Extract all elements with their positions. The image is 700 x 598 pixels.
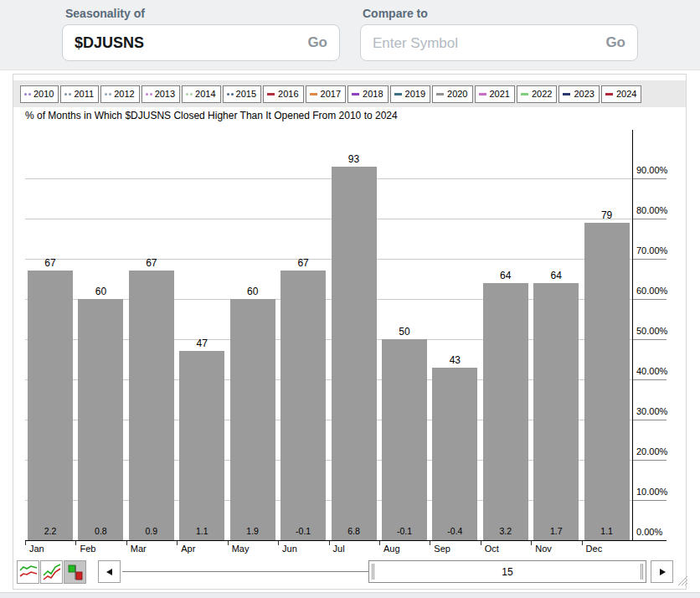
legend-year-2014[interactable]: 2014 — [182, 85, 220, 103]
compare-to-label: Compare to — [363, 7, 428, 20]
chart-title: % of Months in Which $DJUSNS Closed High… — [25, 110, 398, 121]
dotted-line-marker-icon — [186, 93, 188, 95]
legend-year-2013[interactable]: 2013 — [142, 85, 180, 103]
seasonality-symbol-input[interactable] — [75, 34, 301, 52]
legend-year-label: 2015 — [236, 89, 256, 99]
legend-year-label: 2023 — [574, 89, 594, 99]
seasonality-go-button[interactable]: Go — [301, 34, 327, 51]
scrollbar-grip-right[interactable] — [641, 564, 643, 580]
dotted-line-marker-icon — [227, 93, 229, 95]
legend-year-2022[interactable]: 2022 — [517, 85, 557, 103]
dotted-line-marker-icon — [24, 93, 27, 95]
legend-year-2021[interactable]: 2021 — [475, 85, 515, 103]
solid-line-marker-icon — [563, 93, 570, 95]
legend-year-2012[interactable]: 2012 — [100, 85, 139, 103]
legend-year-label: 2019 — [405, 89, 425, 99]
compare-go-button[interactable]: Go — [599, 34, 625, 51]
right-arrow-icon — [658, 568, 667, 576]
legend-year-2015[interactable]: 2015 — [223, 85, 261, 103]
chart-panel — [13, 74, 687, 590]
dotted-line-marker-icon — [231, 93, 234, 95]
legend-year-label: 2010 — [33, 89, 54, 99]
legend-year-label: 2020 — [447, 89, 467, 99]
scrollbar-track[interactable] — [122, 571, 368, 572]
legend-year-2020[interactable]: 2020 — [432, 85, 472, 103]
legend-year-2017[interactable]: 2017 — [306, 85, 346, 103]
year-legend-strip: 2010201120122013201420152016201720182019… — [13, 80, 686, 107]
dotted-line-marker-icon — [146, 93, 148, 95]
resize-handle[interactable] — [675, 573, 688, 590]
legend-year-label: 2018 — [363, 89, 383, 99]
dotted-line-marker-icon — [69, 93, 71, 95]
left-arrow-icon — [106, 568, 114, 576]
page-footer-strip — [0, 592, 700, 598]
legend-year-label: 2024 — [616, 89, 636, 99]
legend-year-2011[interactable]: 2011 — [60, 85, 99, 103]
legend-year-label: 2012 — [114, 89, 134, 99]
legend-year-2019[interactable]: 2019 — [390, 85, 430, 103]
line-chart-icon-button[interactable] — [17, 560, 39, 584]
solid-line-marker-icon — [352, 93, 359, 95]
scrollbar-grip-left[interactable] — [372, 564, 374, 580]
performance-chart-icon — [43, 563, 61, 581]
solid-line-marker-icon — [605, 93, 613, 95]
legend-year-2016[interactable]: 2016 — [263, 85, 303, 103]
resize-grip-icon — [675, 573, 688, 586]
legend-year-label: 2014 — [195, 89, 215, 99]
solid-line-marker-icon — [436, 93, 444, 95]
symbol-topbar: Seasonality of Go Compare to Go — [0, 0, 700, 70]
dotted-line-marker-icon — [105, 93, 107, 95]
seasonality-of-label: Seasonality of — [65, 7, 145, 20]
dotted-line-marker-icon — [150, 93, 152, 95]
legend-year-2023[interactable]: 2023 — [558, 85, 599, 103]
solid-line-marker-icon — [479, 93, 486, 95]
legend-year-label: 2013 — [155, 89, 175, 99]
solid-line-marker-icon — [310, 93, 317, 95]
legend-year-label: 2022 — [532, 89, 552, 99]
scrollbar-thumb[interactable]: 15 — [368, 560, 646, 583]
dotted-line-marker-icon — [109, 93, 111, 95]
seasonality-symbol-field[interactable]: Go — [62, 24, 340, 61]
dotted-line-marker-icon — [28, 93, 31, 95]
dotted-line-marker-icon — [64, 93, 67, 95]
histogram-chart-icon-button[interactable] — [64, 560, 86, 584]
legend-year-2018[interactable]: 2018 — [347, 85, 388, 103]
compare-symbol-field[interactable]: Go — [360, 24, 638, 61]
solid-line-marker-icon — [267, 93, 275, 95]
legend-year-label: 2017 — [321, 89, 341, 99]
scroll-left-button[interactable] — [98, 560, 121, 583]
dotted-line-marker-icon — [190, 93, 193, 95]
legend-year-label: 2011 — [74, 89, 94, 99]
legend-year-2010[interactable]: 2010 — [20, 85, 59, 103]
histogram-chart-icon — [66, 563, 85, 581]
legend-year-label: 2016 — [278, 89, 298, 99]
legend-year-2024[interactable]: 2024 — [601, 85, 641, 103]
legend-year-label: 2021 — [490, 89, 510, 99]
line-chart-icon — [19, 563, 38, 581]
scroll-right-button[interactable] — [651, 560, 673, 583]
compare-symbol-input[interactable] — [373, 34, 599, 52]
solid-line-marker-icon — [521, 93, 528, 95]
scrollbar-value: 15 — [502, 566, 512, 578]
performance-chart-icon-button[interactable] — [40, 560, 63, 584]
solid-line-marker-icon — [394, 93, 402, 95]
